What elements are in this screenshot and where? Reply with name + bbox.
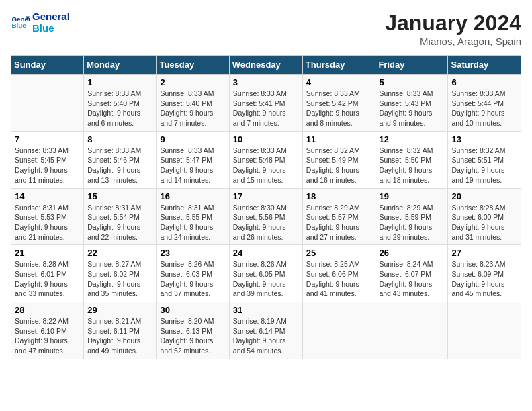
day-info: Sunrise: 8:33 AMSunset: 5:47 PMDaylight:… <box>160 146 225 185</box>
day-number: 19 <box>379 191 444 201</box>
calendar-cell: 27Sunrise: 8:23 AMSunset: 6:09 PMDayligh… <box>448 245 521 302</box>
calendar-table: SundayMondayTuesdayWednesdayThursdayFrid… <box>11 55 521 359</box>
day-number: 9 <box>160 134 225 144</box>
calendar-cell: 30Sunrise: 8:20 AMSunset: 6:13 PMDayligh… <box>157 302 229 359</box>
day-info: Sunrise: 8:29 AMSunset: 5:57 PMDaylight:… <box>306 203 372 242</box>
day-number: 4 <box>306 77 372 87</box>
day-info: Sunrise: 8:33 AMSunset: 5:41 PMDaylight:… <box>233 89 299 128</box>
day-number: 13 <box>451 134 517 144</box>
day-number: 28 <box>15 305 80 315</box>
calendar-cell: 8Sunrise: 8:33 AMSunset: 5:46 PMDaylight… <box>84 131 157 188</box>
day-info: Sunrise: 8:33 AMSunset: 5:44 PMDaylight:… <box>451 89 517 128</box>
day-info: Sunrise: 8:33 AMSunset: 5:40 PMDaylight:… <box>160 89 225 128</box>
day-header-thursday: Thursday <box>302 56 375 75</box>
day-info: Sunrise: 8:26 AMSunset: 6:03 PMDaylight:… <box>160 259 225 299</box>
day-info: Sunrise: 8:22 AMSunset: 6:10 PMDaylight:… <box>15 316 80 356</box>
day-number: 25 <box>306 248 372 258</box>
day-number: 1 <box>87 77 152 87</box>
day-number: 20 <box>451 191 517 201</box>
calendar-cell: 18Sunrise: 8:29 AMSunset: 5:57 PMDayligh… <box>302 188 375 245</box>
day-number: 8 <box>87 134 152 144</box>
day-number: 31 <box>233 305 299 315</box>
calendar-cell: 21Sunrise: 8:28 AMSunset: 6:01 PMDayligh… <box>11 245 84 302</box>
day-info: Sunrise: 8:27 AMSunset: 6:02 PMDaylight:… <box>87 259 152 299</box>
day-info: Sunrise: 8:33 AMSunset: 5:46 PMDaylight:… <box>87 146 152 185</box>
day-number: 29 <box>87 305 152 315</box>
day-info: Sunrise: 8:26 AMSunset: 6:05 PMDaylight:… <box>233 259 299 299</box>
logo-icon: General Blue <box>11 13 30 32</box>
day-number: 14 <box>15 191 80 201</box>
calendar-cell: 13Sunrise: 8:32 AMSunset: 5:51 PMDayligh… <box>448 131 521 188</box>
day-info: Sunrise: 8:32 AMSunset: 5:49 PMDaylight:… <box>306 146 372 185</box>
day-number: 7 <box>15 134 80 144</box>
calendar-cell: 29Sunrise: 8:21 AMSunset: 6:11 PMDayligh… <box>84 302 157 359</box>
calendar-cell: 15Sunrise: 8:31 AMSunset: 5:54 PMDayligh… <box>84 188 157 245</box>
day-number: 24 <box>233 248 299 258</box>
day-info: Sunrise: 8:21 AMSunset: 6:11 PMDaylight:… <box>87 316 152 356</box>
calendar-cell: 31Sunrise: 8:19 AMSunset: 6:14 PMDayligh… <box>229 302 302 359</box>
calendar-cell: 23Sunrise: 8:26 AMSunset: 6:03 PMDayligh… <box>157 245 229 302</box>
day-info: Sunrise: 8:33 AMSunset: 5:45 PMDaylight:… <box>15 146 80 185</box>
calendar-cell: 19Sunrise: 8:29 AMSunset: 5:59 PMDayligh… <box>375 188 448 245</box>
day-info: Sunrise: 8:23 AMSunset: 6:09 PMDaylight:… <box>451 259 517 299</box>
day-info: Sunrise: 8:32 AMSunset: 5:50 PMDaylight:… <box>379 146 444 185</box>
day-number: 16 <box>160 191 225 201</box>
logo-line1: General <box>32 11 70 22</box>
calendar-cell: 12Sunrise: 8:32 AMSunset: 5:50 PMDayligh… <box>375 131 448 188</box>
svg-text:Blue: Blue <box>11 21 26 29</box>
calendar-cell: 10Sunrise: 8:33 AMSunset: 5:48 PMDayligh… <box>229 131 302 188</box>
day-info: Sunrise: 8:33 AMSunset: 5:40 PMDaylight:… <box>87 89 152 128</box>
day-number: 12 <box>379 134 444 144</box>
day-header-sunday: Sunday <box>11 56 84 75</box>
day-number: 27 <box>451 248 517 258</box>
day-info: Sunrise: 8:28 AMSunset: 6:00 PMDaylight:… <box>451 203 517 242</box>
day-info: Sunrise: 8:29 AMSunset: 5:59 PMDaylight:… <box>379 203 444 242</box>
day-header-wednesday: Wednesday <box>229 56 302 75</box>
day-info: Sunrise: 8:28 AMSunset: 6:01 PMDaylight:… <box>15 259 80 299</box>
calendar-cell: 26Sunrise: 8:24 AMSunset: 6:07 PMDayligh… <box>375 245 448 302</box>
calendar-cell: 28Sunrise: 8:22 AMSunset: 6:10 PMDayligh… <box>11 302 84 359</box>
logo-line2: Blue <box>32 22 70 34</box>
day-number: 5 <box>379 77 444 87</box>
day-info: Sunrise: 8:31 AMSunset: 5:55 PMDaylight:… <box>160 203 225 242</box>
calendar-cell: 25Sunrise: 8:25 AMSunset: 6:06 PMDayligh… <box>302 245 375 302</box>
day-header-tuesday: Tuesday <box>157 56 229 75</box>
day-info: Sunrise: 8:24 AMSunset: 6:07 PMDaylight:… <box>379 259 444 299</box>
day-info: Sunrise: 8:31 AMSunset: 5:54 PMDaylight:… <box>87 203 152 242</box>
calendar-cell: 7Sunrise: 8:33 AMSunset: 5:45 PMDaylight… <box>11 131 84 188</box>
logo: General Blue General Blue <box>11 11 70 34</box>
calendar-cell: 17Sunrise: 8:30 AMSunset: 5:56 PMDayligh… <box>229 188 302 245</box>
day-info: Sunrise: 8:31 AMSunset: 5:53 PMDaylight:… <box>15 203 80 242</box>
day-number: 15 <box>87 191 152 201</box>
day-info: Sunrise: 8:20 AMSunset: 6:13 PMDaylight:… <box>160 316 225 356</box>
calendar-cell: 2Sunrise: 8:33 AMSunset: 5:40 PMDaylight… <box>157 75 229 132</box>
calendar-cell <box>302 302 375 359</box>
day-number: 3 <box>233 77 299 87</box>
calendar-cell: 9Sunrise: 8:33 AMSunset: 5:47 PMDaylight… <box>157 131 229 188</box>
day-number: 17 <box>233 191 299 201</box>
day-info: Sunrise: 8:32 AMSunset: 5:51 PMDaylight:… <box>451 146 517 185</box>
day-header-saturday: Saturday <box>448 56 521 75</box>
calendar-cell <box>11 75 84 132</box>
calendar-cell: 6Sunrise: 8:33 AMSunset: 5:44 PMDaylight… <box>448 75 521 132</box>
calendar-cell: 3Sunrise: 8:33 AMSunset: 5:41 PMDaylight… <box>229 75 302 132</box>
calendar-cell: 4Sunrise: 8:33 AMSunset: 5:42 PMDaylight… <box>302 75 375 132</box>
title-block: January 2024 Mianos, Aragon, Spain <box>385 11 521 47</box>
day-number: 11 <box>306 134 372 144</box>
day-number: 21 <box>15 248 80 258</box>
calendar-cell: 24Sunrise: 8:26 AMSunset: 6:05 PMDayligh… <box>229 245 302 302</box>
day-info: Sunrise: 8:19 AMSunset: 6:14 PMDaylight:… <box>233 316 299 356</box>
day-number: 18 <box>306 191 372 201</box>
day-info: Sunrise: 8:25 AMSunset: 6:06 PMDaylight:… <box>306 259 372 299</box>
day-number: 2 <box>160 77 225 87</box>
day-number: 6 <box>451 77 517 87</box>
calendar-cell <box>448 302 521 359</box>
day-info: Sunrise: 8:33 AMSunset: 5:48 PMDaylight:… <box>233 146 299 185</box>
calendar-cell: 22Sunrise: 8:27 AMSunset: 6:02 PMDayligh… <box>84 245 157 302</box>
day-number: 23 <box>160 248 225 258</box>
month-year-title: January 2024 <box>385 11 521 36</box>
day-header-monday: Monday <box>84 56 157 75</box>
day-info: Sunrise: 8:30 AMSunset: 5:56 PMDaylight:… <box>233 203 299 242</box>
day-number: 10 <box>233 134 299 144</box>
day-info: Sunrise: 8:33 AMSunset: 5:43 PMDaylight:… <box>379 89 444 128</box>
